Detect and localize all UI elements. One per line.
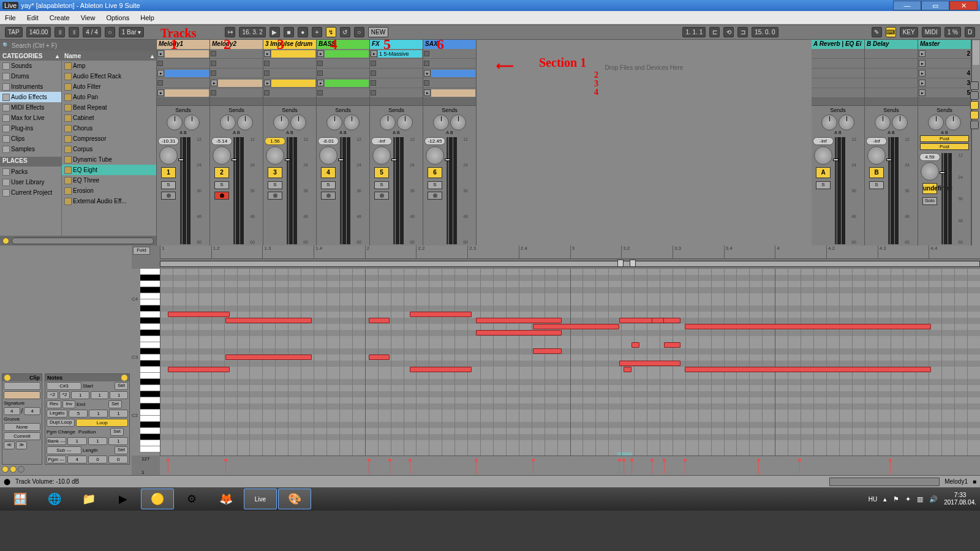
- device-cabinet[interactable]: ▸Cabinet: [62, 113, 156, 123]
- send-a-knob[interactable]: [433, 114, 449, 130]
- menu-view[interactable]: View: [81, 14, 96, 21]
- device-auto-pan[interactable]: ▸Auto Pan: [62, 92, 156, 102]
- solo-button[interactable]: S: [816, 181, 831, 189]
- device-dynamic-tube[interactable]: ▸Dynamic Tube: [62, 154, 156, 165]
- send-a-knob[interactable]: [380, 114, 396, 130]
- tempo[interactable]: 140.00: [26, 27, 51, 37]
- preview-headphone-icon[interactable]: [2, 238, 9, 244]
- midi-note[interactable]: [652, 318, 664, 323]
- new-clip[interactable]: NEW: [368, 27, 388, 37]
- device-beat-repeat[interactable]: ▸Beat Repeat: [62, 102, 156, 113]
- track-activator[interactable]: 6: [428, 167, 442, 178]
- pan-knob[interactable]: [213, 146, 231, 165]
- volume-fader[interactable]: [835, 137, 837, 244]
- tap-tempo[interactable]: TAP: [5, 27, 23, 37]
- taskbar-firefox[interactable]: 🦊: [209, 489, 243, 509]
- track-activator[interactable]: A: [816, 167, 831, 178]
- clip-slot[interactable]: ▸: [157, 49, 209, 59]
- solo-button[interactable]: S: [321, 181, 336, 189]
- clip-slot[interactable]: [370, 59, 423, 69]
- fold-button[interactable]: Fold: [133, 247, 150, 255]
- clip-slot[interactable]: ▸: [263, 49, 316, 59]
- volume-fader[interactable]: [340, 137, 342, 244]
- clip-slot[interactable]: ▸: [317, 49, 369, 59]
- send-a-knob[interactable]: [167, 114, 183, 130]
- send-b-knob[interactable]: [237, 114, 253, 130]
- loop-end-marker[interactable]: [630, 260, 636, 267]
- pos-set[interactable]: Set: [110, 428, 124, 436]
- cat-sounds[interactable]: Sounds: [0, 61, 61, 71]
- quantize-menu[interactable]: 1 Bar ▾: [119, 27, 145, 37]
- track-activator[interactable]: 5: [374, 167, 389, 178]
- envelope-box-icon[interactable]: [18, 466, 24, 473]
- volume-value[interactable]: 1.56: [265, 137, 285, 145]
- session-record[interactable]: ○: [354, 27, 364, 37]
- send-a-knob[interactable]: [273, 114, 289, 130]
- clip-box-icon[interactable]: [2, 466, 9, 473]
- midi-note[interactable]: [168, 312, 229, 317]
- clip-slot[interactable]: ▸: [157, 88, 209, 98]
- len-set[interactable]: Set: [115, 446, 128, 454]
- midi-note[interactable]: [410, 367, 471, 372]
- midi-note[interactable]: [631, 342, 639, 348]
- loop-button[interactable]: Loop: [76, 419, 128, 427]
- track-header[interactable]: A Reverb | EQ Ei: [812, 40, 864, 49]
- groove-select[interactable]: None: [4, 423, 40, 431]
- place-current-project[interactable]: Current Project: [0, 187, 61, 198]
- play-button[interactable]: ▶: [270, 27, 280, 37]
- arm-button[interactable]: [214, 192, 229, 200]
- track-activator[interactable]: 3: [268, 167, 282, 178]
- end-1[interactable]: 5: [69, 410, 88, 418]
- midi-map[interactable]: MIDI: [922, 27, 941, 37]
- clip-slot[interactable]: ▸: [317, 78, 369, 88]
- pan-knob[interactable]: [426, 146, 444, 165]
- tray-flag-icon[interactable]: ⚑: [893, 495, 899, 503]
- punch-in[interactable]: ⊏: [709, 27, 720, 37]
- tray-volume-icon[interactable]: 🔊: [929, 495, 938, 503]
- volume-fader[interactable]: [287, 137, 288, 244]
- arm-button[interactable]: [374, 192, 389, 200]
- pos-2[interactable]: 1: [88, 437, 108, 445]
- end-set[interactable]: Set: [108, 400, 122, 408]
- clip-slot[interactable]: [210, 49, 263, 59]
- cat-plugins[interactable]: Plug-ins: [0, 123, 61, 133]
- send-b-knob[interactable]: [450, 114, 466, 130]
- device-corpus[interactable]: ▸Corpus: [62, 144, 156, 154]
- clip-slot[interactable]: [423, 59, 476, 69]
- clip-slot[interactable]: [865, 69, 918, 78]
- post-button[interactable]: Post: [920, 143, 969, 150]
- menu-file[interactable]: File: [5, 14, 16, 21]
- arm-button[interactable]: [268, 192, 282, 200]
- start-3[interactable]: 1: [110, 391, 128, 399]
- menu-edit[interactable]: Edit: [27, 14, 39, 21]
- clip-slot[interactable]: [812, 88, 864, 98]
- track-header[interactable]: B Delay: [865, 40, 918, 49]
- clip-slot[interactable]: [317, 88, 369, 98]
- root-note[interactable]: C#3: [47, 382, 81, 390]
- clip-slot[interactable]: ▸: [263, 78, 316, 88]
- midi-note[interactable]: [664, 342, 680, 348]
- solo-button[interactable]: S: [268, 181, 282, 189]
- clip-slot[interactable]: [865, 59, 918, 69]
- solo-button[interactable]: S: [428, 181, 442, 189]
- tray-app-icon[interactable]: ✦: [905, 495, 911, 503]
- window-minimize[interactable]: —: [893, 1, 921, 10]
- midi-note[interactable]: [225, 318, 312, 323]
- menu-options[interactable]: Options: [106, 14, 129, 21]
- send-b-knob[interactable]: [945, 114, 961, 130]
- clip-slot[interactable]: [157, 78, 209, 88]
- send-b-knob[interactable]: [892, 114, 908, 130]
- pan-knob[interactable]: [867, 146, 886, 165]
- stop-button[interactable]: ■: [284, 27, 294, 37]
- clip-name[interactable]: [4, 382, 40, 390]
- volume-value[interactable]: -6.01: [318, 137, 339, 145]
- velocity-lane[interactable]: 127 1: [160, 455, 980, 475]
- clip-slot[interactable]: [210, 88, 263, 98]
- scene-slot[interactable]: ▸2: [918, 49, 971, 59]
- sig-num[interactable]: 4: [4, 407, 20, 415]
- punch-out[interactable]: ⊐: [737, 27, 748, 37]
- device-compressor[interactable]: ▸Compressor: [62, 133, 156, 144]
- clip-slot[interactable]: [865, 49, 918, 59]
- volume-value[interactable]: -10.31: [158, 137, 179, 145]
- inv-button[interactable]: Inv: [62, 400, 75, 408]
